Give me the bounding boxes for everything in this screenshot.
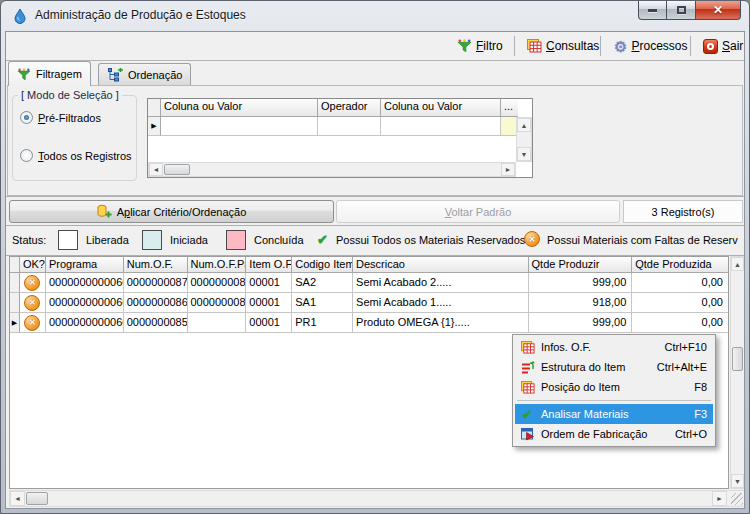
menu-item-shortcut: Ctrl+F10 <box>665 341 711 353</box>
criteria-empty-row[interactable]: ▶ <box>148 117 518 136</box>
scroll-right-arrow[interactable]: ► <box>501 163 515 176</box>
check-icon: ✔ <box>518 408 537 421</box>
scroll-thumb[interactable] <box>164 164 190 175</box>
toolbar-button-processos[interactable]: ⚙ Processos <box>610 34 692 58</box>
status-swatch-label: Concluída <box>254 234 304 246</box>
shortage-icon: ✕ <box>24 295 40 311</box>
cell-num-of-pai <box>188 313 247 333</box>
table-hscrollbar[interactable]: ◄ ► <box>9 490 745 507</box>
table-row[interactable]: ✕ 0000000000066 0000000086 0000000085 00… <box>10 293 728 313</box>
gear-icon: ⚙ <box>614 39 627 54</box>
criteria-cell <box>318 117 381 136</box>
table-vscrollbar[interactable]: ▲ ▼ <box>730 256 745 489</box>
status-label: Status: <box>12 234 46 246</box>
menu-item-label: Analisar Materiais <box>537 408 694 420</box>
criteria-column-header: Operador <box>318 99 381 117</box>
scroll-up-arrow[interactable]: ▲ <box>731 257 744 271</box>
selection-mode-title: [ Modo de Seleção ] <box>18 89 122 101</box>
revert-default-label: Voltar Padrão <box>445 206 512 218</box>
scroll-up-arrow[interactable]: ▲ <box>517 118 531 132</box>
cell-num-of: 0000000086 <box>124 293 188 313</box>
app-icon <box>12 8 28 24</box>
criteria-hscrollbar[interactable]: ◄ ► <box>148 162 516 177</box>
menu-item-shortcut: F3 <box>694 408 710 420</box>
toolbar-separator <box>514 36 515 56</box>
status-swatch-label: Liberada <box>86 234 129 246</box>
criteria-column-header: Coluna ou Valor <box>161 99 318 117</box>
selection-mode-group <box>12 95 137 181</box>
criteria-cell <box>381 117 501 136</box>
toolbar-button-sair[interactable]: Sair <box>699 34 745 58</box>
scroll-right-arrow[interactable]: ► <box>712 491 727 506</box>
cell-codigo-item: SA2 <box>292 273 353 293</box>
ok-cell: ✕ <box>20 293 46 313</box>
table-row[interactable]: ✕ 0000000000066 0000000087 0000000085 00… <box>10 273 728 293</box>
column-header-item-of: Item O.F. <box>246 257 292 273</box>
column-header-qtde-produzir: Qtde Produzir <box>529 257 633 273</box>
criteria-cell <box>161 117 318 136</box>
tab-ordenacao[interactable]: Ordenação <box>98 63 191 86</box>
scroll-down-arrow[interactable]: ▼ <box>517 147 531 161</box>
cell-programa: 0000000000066 <box>46 293 124 313</box>
revert-default-button[interactable]: Voltar Padrão <box>336 200 620 223</box>
resize-grip[interactable] <box>731 493 743 505</box>
criteria-vscrollbar[interactable]: ▲ ▼ <box>516 117 532 162</box>
cell-descricao: Semi Acabado 2..... <box>353 273 528 293</box>
structure-icon <box>518 361 537 374</box>
menu-item-label: Posição do Item <box>537 381 694 393</box>
column-header-num-of: Num.O.F. <box>124 257 188 273</box>
cell-num-of: 0000000087 <box>124 273 188 293</box>
scroll-thumb[interactable] <box>26 492 48 505</box>
filter-icon <box>17 68 31 81</box>
scroll-left-arrow[interactable]: ◄ <box>10 491 25 506</box>
cell-num-of-pai: 0000000085 <box>188 273 247 293</box>
shortage-icon: ✕ <box>524 231 540 247</box>
title-bar[interactable]: Administração de Produção e Estoques ✕ <box>1 1 749 31</box>
toolbar-button-label: Processos <box>631 39 687 53</box>
criteria-indicator-header <box>148 99 161 117</box>
minimize-button[interactable] <box>638 1 667 20</box>
scroll-down-arrow[interactable]: ▼ <box>731 474 744 488</box>
app-window: Administração de Produção e Estoques ✕ F… <box>0 0 750 514</box>
menu-item-analisar-materiais[interactable]: ✔ Analisar Materiais F3 <box>515 404 713 424</box>
query-table-icon <box>527 39 542 53</box>
cell-codigo-item: PR1 <box>292 313 353 333</box>
criteria-column-header-more: ... <box>501 99 518 117</box>
criteria-grid[interactable]: Coluna ou Valor Operador Coluna ou Valor… <box>147 98 533 178</box>
column-header-ok: OK? <box>20 257 46 273</box>
toolbar-button-label: Filtro <box>476 39 503 53</box>
toolbar: Filtro Consultas ⚙ Processos Sair <box>6 32 744 61</box>
menu-item-posicao[interactable]: Posição do Item F8 <box>515 377 713 397</box>
cell-qtde-produzida: 0,00 <box>632 313 728 333</box>
radio-todos-registros[interactable]: Todos os Registros <box>20 149 132 162</box>
ok-cell: ✕ <box>20 273 46 293</box>
status-icon-label: Possui Todos os Materiais Reservados <box>336 234 525 246</box>
menu-item-ordem-fabricacao[interactable]: Ordem de Fabricação Ctrl+O <box>515 424 713 444</box>
menu-item-estrutura[interactable]: Estrutura do Item Ctrl+Alt+E <box>515 357 713 377</box>
table-position-icon <box>518 381 537 394</box>
toolbar-button-label: Consultas <box>546 39 599 53</box>
column-header-descricao: Descricao <box>353 257 528 273</box>
scroll-left-arrow[interactable]: ◄ <box>149 163 163 176</box>
toolbar-button-filtro[interactable]: Filtro <box>453 34 507 58</box>
radio-pre-filtrados[interactable]: Pré-Filtrados <box>20 111 101 124</box>
tab-filtragem[interactable]: Filtragem <box>8 61 91 86</box>
add-database-icon <box>97 204 112 219</box>
cell-num-of: 0000000085 <box>124 313 188 333</box>
toolbar-button-consultas[interactable]: Consultas <box>523 34 603 58</box>
client-area: Filtro Consultas ⚙ Processos Sair <box>5 31 745 509</box>
screenshot-root: Administração de Produção e Estoques ✕ F… <box>0 0 750 514</box>
menu-item-label: Ordem de Fabricação <box>537 428 675 440</box>
filter-icon <box>457 39 472 53</box>
menu-item-shortcut: F8 <box>694 381 710 393</box>
table-row-selected[interactable]: ▶ ✕ 0000000000066 0000000085 00001 PR1 P… <box>10 313 728 333</box>
apply-criteria-label: Aplicar Critério/Ordenação <box>117 206 247 218</box>
maximize-button[interactable] <box>667 1 695 20</box>
menu-item-infos-of[interactable]: Infos. O.F. Ctrl+F10 <box>515 337 713 357</box>
tab-label: Filtragem <box>36 68 82 80</box>
scroll-thumb[interactable] <box>732 347 743 371</box>
status-swatch-liberada <box>58 230 78 250</box>
apply-criteria-button[interactable]: Aplicar Critério/Ordenação <box>9 200 334 223</box>
close-button[interactable]: ✕ <box>695 1 741 20</box>
maximize-icon <box>677 6 686 14</box>
